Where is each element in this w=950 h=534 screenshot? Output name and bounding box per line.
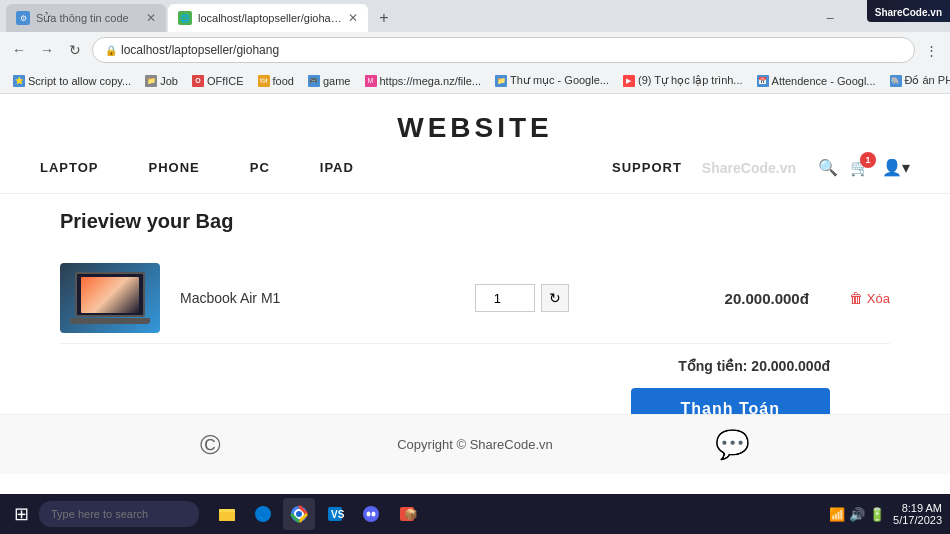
site-logo: WEBSITE: [40, 104, 910, 152]
cart-title: Prieview your Bag: [60, 210, 890, 233]
bookmark-favicon-6: M: [365, 75, 377, 87]
bookmark-job[interactable]: 📁 Job: [140, 73, 183, 89]
back-button[interactable]: ←: [8, 39, 30, 61]
tab-1[interactable]: ⚙ Sửa thông tin code ✕: [6, 4, 166, 32]
product-image: [60, 263, 160, 333]
bookmark-label-7: Thư mục - Google...: [510, 74, 609, 87]
tab-2-title: localhost/laptopseller/giohang: [198, 12, 342, 24]
site-watermark: ShareCode.vn: [702, 160, 796, 176]
systray: 📶 🔊 🔋: [829, 507, 885, 522]
forward-button[interactable]: →: [36, 39, 58, 61]
time-display: 8:19 AM: [893, 502, 942, 514]
systray-network: 📶: [829, 507, 845, 522]
tab-1-title: Sửa thông tin code: [36, 12, 140, 25]
nav-support[interactable]: SUPPORT: [612, 160, 682, 175]
bookmark-favicon-9: 📅: [757, 75, 769, 87]
taskbar-time: 8:19 AM 5/17/2023: [893, 502, 942, 526]
bookmark-favicon-10: 🐘: [890, 75, 902, 87]
bookmark-thuomuc[interactable]: 📁 Thư mục - Google...: [490, 72, 614, 89]
bookmark-favicon-8: ▶: [623, 75, 635, 87]
taskbar-discord[interactable]: [355, 498, 387, 530]
sharecode-badge: ShareCode.vn: [875, 7, 942, 18]
bookmark-favicon-4: 🍽: [258, 75, 270, 87]
bookmark-label-4: food: [273, 75, 294, 87]
tab-1-close[interactable]: ✕: [146, 11, 156, 25]
laptop-screen-img: [75, 272, 145, 317]
svg-text:VS: VS: [331, 509, 345, 520]
bookmark-favicon-7: 📁: [495, 75, 507, 87]
taskbar-file-explorer[interactable]: [211, 498, 243, 530]
bookmark-label-1: Script to allow copy...: [28, 75, 131, 87]
bookmark-food[interactable]: 🍽 food: [253, 73, 299, 89]
footer-icon-left: ©: [200, 429, 221, 461]
cart-item: Macbook Air M1 ↻ 20.000.000đ 🗑 Xóa: [60, 253, 890, 344]
svg-point-10: [372, 512, 376, 517]
bookmark-label-6: https://mega.nz/file...: [380, 75, 482, 87]
svg-text:📦: 📦: [404, 507, 417, 521]
taskbar-search[interactable]: [39, 501, 199, 527]
nav-pc[interactable]: PC: [250, 160, 270, 175]
address-bar[interactable]: 🔒 localhost/laptopseller/giohang: [92, 37, 915, 63]
reload-button[interactable]: ↻: [64, 39, 86, 61]
total-text: Tổng tiền: 20.000.000đ: [678, 358, 830, 374]
taskbar-extra[interactable]: 📦: [391, 498, 423, 530]
bookmark-label-2: Job: [160, 75, 178, 87]
bookmark-favicon-5: 🎮: [308, 75, 320, 87]
bookmark-label-3: OFfICE: [207, 75, 244, 87]
bookmark-doan[interactable]: 🐘 Đồ án PHP Website...: [885, 72, 951, 89]
nav-laptop[interactable]: LAPTOP: [40, 160, 99, 175]
bookmark-favicon-1: ⭐: [13, 75, 25, 87]
bookmark-label-10: Đồ án PHP Website...: [905, 74, 951, 87]
new-tab-button[interactable]: +: [372, 6, 396, 30]
tab-2[interactable]: 🌐 localhost/laptopseller/giohang ✕: [168, 4, 368, 32]
bookmark-label-5: game: [323, 75, 351, 87]
tab-1-favicon: ⚙: [16, 11, 30, 25]
start-button[interactable]: ⊞: [8, 501, 35, 527]
taskbar-edge[interactable]: [247, 498, 279, 530]
bookmark-tuhoc[interactable]: ▶ (9) Tự học lập trình...: [618, 72, 748, 89]
delete-label: Xóa: [867, 291, 890, 306]
nav-ipad[interactable]: IPAD: [320, 160, 354, 175]
delete-button[interactable]: 🗑 Xóa: [849, 290, 890, 306]
bookmark-attendence[interactable]: 📅 Attendence - Googl...: [752, 73, 881, 89]
address-text: localhost/laptopseller/giohang: [121, 43, 279, 57]
nav-phone[interactable]: PHONE: [149, 160, 200, 175]
footer-copyright: Copyright © ShareCode.vn: [397, 437, 553, 452]
cart-total: Tổng tiền: 20.000.000đ: [60, 358, 890, 374]
systray-battery: 🔋: [869, 507, 885, 522]
product-price: 20.000.000đ: [669, 290, 809, 307]
taskbar-chrome[interactable]: [283, 498, 315, 530]
cart-badge: 1: [860, 152, 876, 168]
minimize-button[interactable]: –: [808, 2, 852, 34]
bookmark-office[interactable]: O OFfICE: [187, 73, 249, 89]
extensions-icon[interactable]: ⋮: [921, 41, 942, 60]
tab-2-favicon: 🌐: [178, 11, 192, 25]
bookmark-favicon-3: O: [192, 75, 204, 87]
quantity-input[interactable]: [475, 284, 535, 312]
date-display: 5/17/2023: [893, 514, 942, 526]
bookmark-label-8: (9) Tự học lập trình...: [638, 74, 743, 87]
footer-icon-right: 💬: [715, 428, 750, 461]
user-button[interactable]: 👤▾: [882, 158, 910, 177]
bookmark-favicon-2: 📁: [145, 75, 157, 87]
svg-point-5: [296, 511, 302, 517]
cart-button[interactable]: 🛒 1: [850, 158, 870, 177]
search-button[interactable]: 🔍: [818, 158, 838, 177]
bookmark-game[interactable]: 🎮 game: [303, 73, 356, 89]
bookmark-script[interactable]: ⭐ Script to allow copy...: [8, 73, 136, 89]
tab-2-close[interactable]: ✕: [348, 11, 358, 25]
taskbar-vscode[interactable]: VS: [319, 498, 351, 530]
svg-point-2: [255, 506, 271, 522]
lock-icon: 🔒: [105, 45, 117, 56]
bookmark-label-9: Attendence - Googl...: [772, 75, 876, 87]
trash-icon: 🗑: [849, 290, 863, 306]
systray-volume: 🔊: [849, 507, 865, 522]
bookmark-mega[interactable]: M https://mega.nz/file...: [360, 73, 487, 89]
refresh-button[interactable]: ↻: [541, 284, 569, 312]
svg-point-8: [363, 506, 379, 522]
svg-point-9: [367, 512, 371, 517]
svg-rect-1: [219, 512, 235, 521]
product-name: Macbook Air M1: [180, 290, 320, 306]
